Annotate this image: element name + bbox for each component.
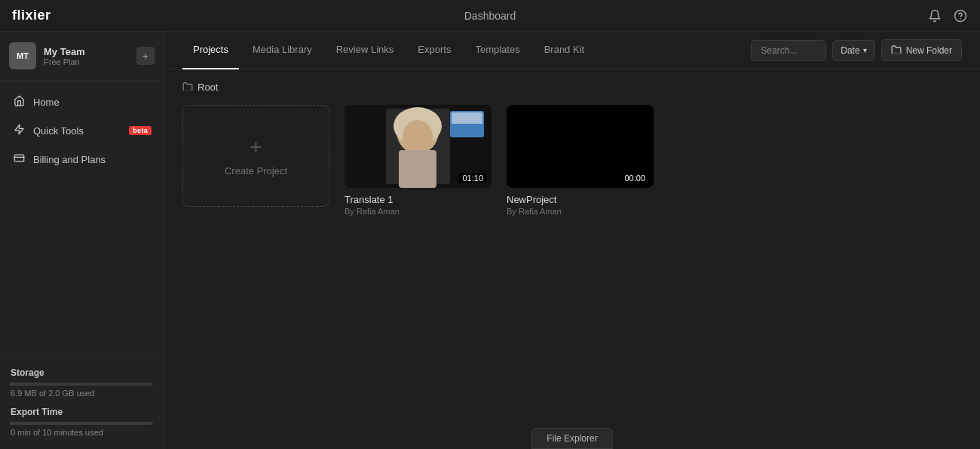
sidebar-item-quick-tools[interactable]: Quick Tools beta bbox=[5, 117, 159, 144]
file-explorer-bar[interactable]: File Explorer bbox=[531, 428, 613, 449]
create-plus-icon: + bbox=[250, 135, 262, 159]
project-duration-translate-1: 01:10 bbox=[458, 173, 487, 183]
project-thumbnail-new-project: 00:00 bbox=[507, 105, 654, 188]
project-duration-new-project: 00:00 bbox=[620, 173, 649, 183]
toolbar-right: Search... Date ▾ New Folder bbox=[751, 39, 962, 61]
project-author-new-project: By Rafia Aman bbox=[507, 207, 654, 216]
beta-badge: beta bbox=[129, 126, 152, 135]
svg-rect-3 bbox=[14, 155, 24, 161]
chevron-down-icon: ▾ bbox=[863, 46, 867, 54]
project-card-translate-1[interactable]: 01:10 Translate 1 By Rafia Aman bbox=[345, 105, 492, 216]
team-section: MT My Team Free Plan + bbox=[0, 32, 164, 81]
export-time-label: Export Time bbox=[11, 407, 153, 417]
breadcrumb: Root bbox=[182, 81, 962, 93]
svg-rect-10 bbox=[399, 150, 436, 188]
storage-bar-fill bbox=[11, 383, 12, 386]
content-area: Projects Media Library Review Links Expo… bbox=[164, 32, 980, 449]
storage-bar-background bbox=[11, 383, 153, 386]
project-author-translate-1: By Rafia Aman bbox=[345, 207, 492, 216]
team-avatar: MT bbox=[9, 42, 36, 69]
quick-tools-label: Quick Tools bbox=[33, 125, 121, 137]
home-label: Home bbox=[33, 97, 152, 108]
tab-bar: Projects Media Library Review Links Expo… bbox=[164, 32, 980, 69]
home-icon bbox=[12, 95, 26, 109]
folder-icon bbox=[891, 45, 902, 56]
tab-brand-kit[interactable]: Brand Kit bbox=[534, 32, 595, 69]
export-bar-background bbox=[11, 422, 153, 425]
svg-point-9 bbox=[403, 120, 433, 153]
project-name-new-project: NewProject bbox=[507, 194, 654, 205]
team-plan: Free Plan bbox=[44, 57, 129, 66]
tab-media-library[interactable]: Media Library bbox=[242, 32, 323, 69]
export-time-text: 0 min of 10 minutes used bbox=[11, 428, 153, 437]
svg-marker-2 bbox=[14, 125, 23, 134]
svg-rect-12 bbox=[452, 112, 482, 124]
sidebar: MT My Team Free Plan + Home bbox=[0, 32, 164, 449]
create-project-card[interactable]: + Create Project bbox=[182, 105, 329, 207]
quick-tools-icon bbox=[12, 124, 26, 137]
tab-projects[interactable]: Projects bbox=[182, 32, 239, 69]
billing-label: Billing and Plans bbox=[33, 154, 152, 165]
topbar-actions bbox=[927, 8, 968, 23]
new-folder-button[interactable]: New Folder bbox=[881, 39, 962, 61]
main-layout: MT My Team Free Plan + Home bbox=[0, 32, 980, 449]
storage-text: 6.9 MB of 2.0 GB used bbox=[11, 389, 153, 398]
tab-templates[interactable]: Templates bbox=[464, 32, 530, 69]
sidebar-item-billing[interactable]: Billing and Plans bbox=[5, 146, 159, 173]
storage-label: Storage bbox=[11, 368, 153, 378]
projects-grid: + Create Project bbox=[182, 105, 962, 216]
tab-exports[interactable]: Exports bbox=[407, 32, 461, 69]
projects-area: Root + Create Project bbox=[164, 69, 980, 449]
export-bar-fill bbox=[11, 422, 12, 425]
help-icon[interactable] bbox=[953, 8, 968, 23]
project-thumbnail-translate-1: 01:10 bbox=[345, 105, 492, 188]
billing-icon bbox=[12, 152, 26, 166]
project-card-new-project[interactable]: 00:00 NewProject By Rafia Aman bbox=[507, 105, 654, 216]
notification-icon[interactable] bbox=[927, 8, 942, 23]
team-info: My Team Free Plan bbox=[44, 46, 129, 66]
page-title: Dashboard bbox=[464, 10, 516, 22]
breadcrumb-label: Root bbox=[198, 81, 218, 93]
app-logo: flixier bbox=[12, 8, 51, 23]
search-input[interactable]: Search... bbox=[751, 40, 826, 61]
tab-review-links[interactable]: Review Links bbox=[326, 32, 405, 69]
content-wrapper: Root + Create Project bbox=[164, 69, 980, 449]
sidebar-item-home[interactable]: Home bbox=[5, 88, 159, 115]
sidebar-bottom: Storage 6.9 MB of 2.0 GB used Export Tim… bbox=[0, 358, 164, 449]
team-name: My Team bbox=[44, 46, 129, 57]
team-settings-button[interactable]: + bbox=[136, 47, 155, 65]
project-name-translate-1: Translate 1 bbox=[345, 194, 492, 205]
topbar: flixier Dashboard bbox=[0, 0, 980, 32]
breadcrumb-folder-icon bbox=[182, 81, 193, 93]
create-project-label: Create Project bbox=[225, 165, 287, 177]
nav-items: Home Quick Tools beta Billing bbox=[0, 81, 164, 358]
date-filter-button[interactable]: Date ▾ bbox=[832, 40, 874, 61]
